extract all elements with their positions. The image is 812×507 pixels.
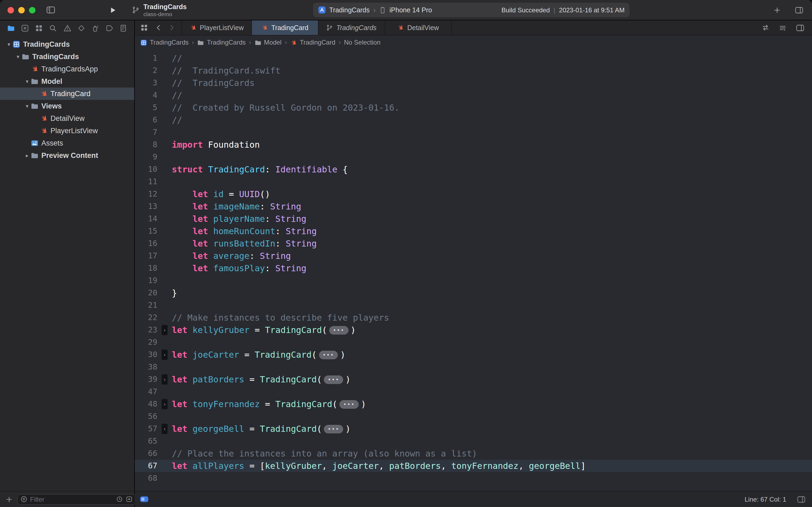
code-line-20[interactable]: 20} xyxy=(135,287,812,299)
sidebar-item-preview-content[interactable]: ▸Preview Content xyxy=(0,149,134,162)
sidebar-item-assets[interactable]: Assets xyxy=(0,137,134,149)
code-line-48[interactable]: 48›let tonyFernandez = TradingCard(•••) xyxy=(135,398,812,410)
breakpoint-navigator-icon[interactable] xyxy=(105,24,113,32)
breadcrumb-item-tradingcards[interactable]: TradingCards xyxy=(140,39,189,46)
code-line-13[interactable]: 13 let imageName: String xyxy=(135,200,812,213)
code-line-68[interactable]: 68 xyxy=(135,472,812,485)
scheme-selector[interactable]: TradingCards › iPhone 14 Pro xyxy=(318,6,432,14)
folded-code-pill[interactable]: ••• xyxy=(329,326,348,335)
minimize-button[interactable] xyxy=(18,7,25,13)
test-navigator-icon[interactable] xyxy=(77,24,85,32)
adjust-editor-icon[interactable] xyxy=(779,24,787,32)
code-line-23[interactable]: 23›let kellyGruber = TradingCard(•••) xyxy=(135,324,812,336)
code-line-65[interactable]: 65 xyxy=(135,435,812,447)
code-line-9[interactable]: 9 xyxy=(135,151,812,163)
fold-indicator[interactable]: › xyxy=(162,350,168,360)
code-line-47[interactable]: 47 xyxy=(135,386,812,398)
code-line-6[interactable]: 6// xyxy=(135,114,812,126)
tab-tradingcards[interactable]: TradingCards xyxy=(318,20,385,35)
tab-playerlistview[interactable]: PlayerListView xyxy=(181,20,252,35)
code-line-38[interactable]: 38 xyxy=(135,361,812,373)
issue-navigator-icon[interactable] xyxy=(63,24,71,32)
code-line-4[interactable]: 4// xyxy=(135,89,812,102)
disclosure-triangle[interactable]: ▾ xyxy=(23,78,31,84)
code-line-30[interactable]: 30›let joeCarter = TradingCard(•••) xyxy=(135,349,812,361)
folded-code-pill[interactable]: ••• xyxy=(340,400,359,409)
scheme-name[interactable]: TradingCards xyxy=(329,6,370,14)
build-status[interactable]: Build Succeeded | 2023-01-16 at 9:51 AM xyxy=(501,6,625,14)
code-line-18[interactable]: 18 let famousPlay: String xyxy=(135,262,812,274)
folded-code-pill[interactable]: ••• xyxy=(324,376,343,384)
find-navigator-icon[interactable] xyxy=(49,24,57,32)
go-forward-icon[interactable] xyxy=(169,23,175,32)
code-line-8[interactable]: 8import Foundation xyxy=(135,138,812,151)
sidebar-item-tradingcard[interactable]: TradingCard xyxy=(0,88,134,100)
go-back-icon[interactable] xyxy=(155,23,162,32)
source-editor[interactable]: 1//2// TradingCard.swift3// TradingCards… xyxy=(135,49,812,491)
code-line-12[interactable]: 12 let id = UUID() xyxy=(135,188,812,200)
code-line-21[interactable]: 21 xyxy=(135,299,812,312)
report-navigator-icon[interactable] xyxy=(119,24,127,32)
code-line-10[interactable]: 10struct TradingCard: Identifiable { xyxy=(135,163,812,176)
code-line-16[interactable]: 16 let runsBattedIn: String xyxy=(135,237,812,250)
code-line-56[interactable]: 56 xyxy=(135,410,812,423)
disclosure-triangle[interactable]: ▸ xyxy=(23,153,31,158)
zoom-button[interactable] xyxy=(29,7,36,13)
close-button[interactable] xyxy=(7,7,14,13)
sidebar-item-playerlistview[interactable]: PlayerListView xyxy=(0,125,134,137)
code-line-17[interactable]: 17 let average: String xyxy=(135,250,812,262)
source-control-navigator-icon[interactable] xyxy=(21,24,29,32)
code-line-67[interactable]: 67let allPlayers = [kellyGruber, joeCart… xyxy=(135,460,812,472)
code-review-icon[interactable] xyxy=(761,23,769,32)
run-destination[interactable]: iPhone 14 Pro xyxy=(390,6,432,14)
breadcrumb-item-tradingcard[interactable]: TradingCard xyxy=(290,39,335,46)
code-line-2[interactable]: 2// TradingCard.swift xyxy=(135,64,812,77)
add-icon[interactable] xyxy=(773,6,781,14)
disclosure-triangle[interactable]: ▾ xyxy=(5,41,12,47)
sidebar-item-tradingcards[interactable]: ▾TradingCards xyxy=(0,38,134,51)
sidebar-toggle-icon[interactable] xyxy=(46,6,55,14)
disclosure-triangle[interactable]: ▾ xyxy=(14,54,21,60)
sidebar-item-tradingcards[interactable]: ▾TradingCards xyxy=(0,51,134,63)
filter-input[interactable] xyxy=(30,496,113,503)
sidebar-item-tradingcardsapp[interactable]: TradingCardsApp xyxy=(0,63,134,75)
editor-options-icon[interactable] xyxy=(797,496,806,503)
fold-indicator[interactable]: › xyxy=(162,325,168,335)
breakpoint-icon[interactable] xyxy=(139,496,149,503)
code-line-22[interactable]: 22// Make instances to describe five pla… xyxy=(135,312,812,324)
code-line-14[interactable]: 14 let playerName: String xyxy=(135,213,812,225)
fold-indicator[interactable]: › xyxy=(162,374,168,385)
fold-indicator[interactable]: › xyxy=(162,424,168,434)
add-editor-icon[interactable] xyxy=(796,24,805,32)
code-line-15[interactable]: 15 let homeRunCount: String xyxy=(135,225,812,237)
debug-navigator-icon[interactable] xyxy=(91,24,99,32)
code-line-39[interactable]: 39›let patBorders = TradingCard(•••) xyxy=(135,373,812,386)
code-line-29[interactable]: 29 xyxy=(135,336,812,349)
breadcrumb-item-no-selection[interactable]: No Selection xyxy=(344,39,381,46)
code-line-19[interactable]: 19 xyxy=(135,274,812,287)
folded-code-pill[interactable]: ••• xyxy=(324,425,343,434)
sidebar-item-views[interactable]: ▾Views xyxy=(0,100,134,112)
add-file-icon[interactable] xyxy=(5,496,13,503)
code-line-7[interactable]: 7 xyxy=(135,126,812,138)
sidebar-item-model[interactable]: ▾Model xyxy=(0,75,134,88)
code-line-66[interactable]: 66// Place the instances into an array (… xyxy=(135,447,812,460)
recent-files-icon[interactable] xyxy=(116,496,123,503)
breadcrumb-item-tradingcards[interactable]: TradingCards xyxy=(197,39,246,46)
related-items-icon[interactable] xyxy=(140,23,148,32)
breadcrumb-item-model[interactable]: Model xyxy=(254,39,281,46)
run-icon[interactable] xyxy=(109,6,117,14)
fold-indicator[interactable]: › xyxy=(162,399,168,409)
code-line-57[interactable]: 57›let georgeBell = TradingCard(•••) xyxy=(135,423,812,435)
filter-field[interactable] xyxy=(17,494,136,505)
tab-tradingcard[interactable]: TradingCard xyxy=(252,20,318,35)
editor-layout-icon[interactable] xyxy=(795,6,803,14)
code-line-3[interactable]: 3// TradingCards xyxy=(135,77,812,89)
project-navigator-icon[interactable] xyxy=(7,24,15,32)
sidebar-item-detailview[interactable]: DetailView xyxy=(0,112,134,125)
tab-detailview[interactable]: DetailView xyxy=(385,20,452,35)
symbol-navigator-icon[interactable] xyxy=(35,24,43,32)
source-control-status-icon[interactable] xyxy=(126,496,133,503)
code-line-1[interactable]: 1// xyxy=(135,52,812,64)
disclosure-triangle[interactable]: ▾ xyxy=(23,103,31,109)
